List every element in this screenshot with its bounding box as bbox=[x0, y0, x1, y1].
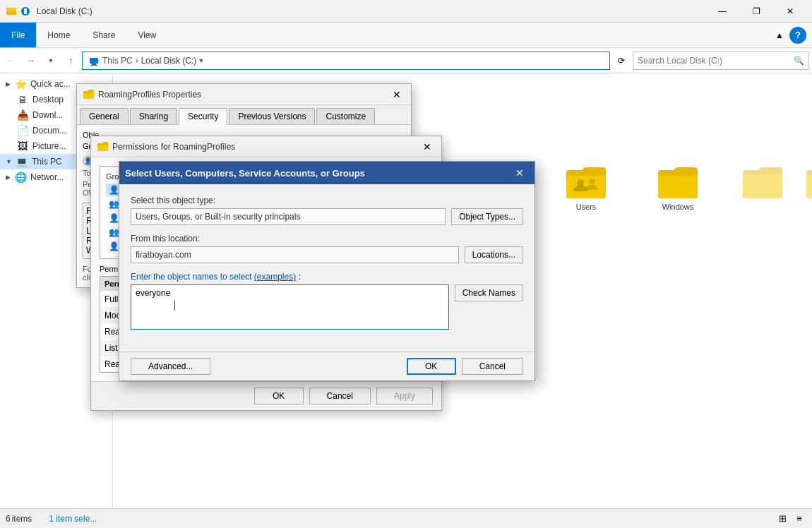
permissions-dialog-titlebar: Permissions for RoamingProfiles ✕ bbox=[91, 136, 441, 157]
svg-point-7 bbox=[577, 179, 584, 186]
folder-label: Users bbox=[576, 203, 597, 211]
tab-previous-versions[interactable]: Previous Versions bbox=[229, 108, 315, 124]
svg-rect-6 bbox=[90, 65, 97, 66]
colon: : bbox=[298, 272, 300, 282]
location-input[interactable] bbox=[131, 246, 459, 263]
view-controls: ⊞ ≡ bbox=[775, 512, 806, 526]
select-dialog-title: Select Users, Computers, Service Account… bbox=[125, 168, 511, 179]
desktop-icon: 🖥 bbox=[17, 94, 28, 105]
object-names-textarea[interactable]: everyone bbox=[131, 284, 449, 330]
help-icon[interactable]: ? bbox=[789, 27, 806, 44]
pictures-icon: 🖼 bbox=[17, 140, 28, 152]
sidebar-label-pictures: Picture... bbox=[32, 141, 66, 151]
location-group: From this location: Locations... bbox=[131, 234, 523, 263]
select-cancel-button[interactable]: Cancel bbox=[462, 358, 523, 375]
select-ok-button[interactable]: OK bbox=[407, 358, 456, 375]
sidebar-label-documents: Docum... bbox=[32, 126, 66, 136]
folder-perm-icon bbox=[97, 141, 108, 152]
sidebar-label-downloads: Downl... bbox=[32, 110, 63, 120]
tab-general[interactable]: General bbox=[80, 108, 129, 124]
tab-view[interactable]: View bbox=[126, 23, 167, 47]
object-names-label-row: Enter the object names to select (exampl… bbox=[131, 272, 523, 282]
selected-count: 1 item sele... bbox=[49, 514, 97, 524]
dropdown-button[interactable]: ▼ bbox=[42, 52, 59, 69]
list-item[interactable] bbox=[791, 158, 812, 205]
this-pc-icon bbox=[88, 55, 100, 66]
object-type-label: Select this object type: bbox=[131, 196, 523, 205]
object-types-button[interactable]: Object Types... bbox=[451, 208, 523, 225]
permissions-dialog-title: Permissions for RoamingProfiles bbox=[112, 142, 419, 152]
refresh-button[interactable]: ⟳ bbox=[613, 52, 630, 69]
address-box[interactable]: This PC › Local Disk (C:) ▼ bbox=[82, 52, 610, 70]
tab-customize[interactable]: Customize bbox=[316, 108, 375, 124]
ribbon-collapse-icon[interactable]: ▲ bbox=[772, 28, 787, 42]
select-dialog-close-button[interactable]: ✕ bbox=[511, 164, 529, 182]
items-count: 6 bbox=[6, 514, 11, 524]
advanced-button[interactable]: Advanced... bbox=[131, 358, 210, 375]
properties-dialog-title: RoamingProfiles Properties bbox=[98, 90, 388, 100]
select-dialog-titlebar: Select Users, Computers, Service Account… bbox=[119, 162, 535, 184]
ok-button[interactable]: OK bbox=[254, 388, 304, 404]
network-icon: 🌐 bbox=[15, 172, 26, 183]
search-input[interactable] bbox=[638, 56, 791, 66]
check-names-button[interactable]: Check Names bbox=[455, 284, 523, 301]
svg-rect-4 bbox=[90, 58, 98, 64]
forward-button[interactable]: → bbox=[23, 52, 40, 69]
locations-button[interactable]: Locations... bbox=[465, 246, 523, 263]
up-button[interactable]: ↑ bbox=[62, 52, 79, 69]
back-button[interactable]: ← bbox=[3, 52, 20, 69]
tab-file[interactable]: File bbox=[0, 23, 36, 47]
list-view-button[interactable]: ⊞ bbox=[775, 512, 789, 526]
apply-button[interactable]: Apply bbox=[376, 388, 433, 404]
titlebar-app-icons bbox=[6, 6, 31, 17]
object-type-group: Select this object type: Object Types... bbox=[131, 196, 523, 225]
minimize-button[interactable]: — bbox=[706, 0, 739, 23]
close-button[interactable]: ✕ bbox=[774, 0, 806, 23]
folder-icon bbox=[565, 163, 607, 200]
tab-home[interactable]: Home bbox=[36, 23, 81, 47]
text-cursor bbox=[174, 301, 175, 311]
addressbar: ← → ▼ ↑ This PC › Local Disk (C:) ▼ ⟳ 🔍 bbox=[0, 48, 812, 73]
downloads-icon: 📥 bbox=[17, 109, 28, 121]
list-item[interactable] bbox=[727, 158, 798, 205]
svg-point-8 bbox=[589, 179, 595, 184]
svg-rect-5 bbox=[92, 64, 96, 65]
cancel-button[interactable]: Cancel bbox=[309, 388, 371, 404]
this-pc-sidebar-icon: 💻 bbox=[16, 156, 28, 167]
chevron-icon: ▶ bbox=[6, 80, 11, 88]
restore-button[interactable]: ❐ bbox=[740, 0, 772, 23]
object-names-row: everyone Check Names bbox=[131, 284, 523, 332]
ribbon-right: ▲ ? bbox=[772, 23, 812, 47]
perm-dialog-footer: OK Cancel Apply bbox=[91, 381, 441, 410]
folder-label: Windows bbox=[662, 203, 694, 211]
select-dialog-footer: Advanced... OK Cancel bbox=[119, 352, 535, 380]
tab-share[interactable]: Share bbox=[81, 23, 126, 47]
details-view-button[interactable]: ≡ bbox=[792, 512, 806, 526]
folder-icon bbox=[805, 163, 812, 200]
folder-small-icon bbox=[83, 89, 94, 100]
breadcrumb-this-pc[interactable]: This PC bbox=[102, 56, 133, 66]
permissions-close-button[interactable]: ✕ bbox=[419, 138, 436, 155]
tab-security[interactable]: Security bbox=[179, 108, 227, 125]
statusbar: 6 items 1 item sele... ⊞ ≡ bbox=[0, 508, 812, 528]
pin-icon bbox=[20, 6, 31, 17]
sidebar-label-network: Networ... bbox=[30, 172, 64, 182]
search-icon: 🔍 bbox=[794, 56, 804, 66]
app-icon bbox=[6, 6, 17, 17]
titlebar-title: Local Disk (C:) bbox=[37, 6, 706, 16]
examples-link[interactable]: (examples) bbox=[254, 272, 296, 282]
documents-icon: 📄 bbox=[17, 125, 28, 136]
properties-dialog-titlebar: RoamingProfiles Properties ✕ bbox=[77, 84, 411, 105]
tab-sharing[interactable]: Sharing bbox=[130, 108, 177, 124]
location-label: From this location: bbox=[131, 234, 523, 244]
breadcrumb-dropdown-icon[interactable]: ▼ bbox=[198, 57, 204, 64]
items-label: items bbox=[12, 514, 32, 524]
svg-rect-3 bbox=[24, 8, 27, 14]
object-type-input[interactable] bbox=[131, 208, 446, 225]
list-item[interactable]: Users bbox=[551, 158, 621, 216]
properties-close-button[interactable]: ✕ bbox=[388, 86, 405, 103]
select-users-dialog: Select Users, Computers, Service Account… bbox=[119, 161, 535, 381]
list-item[interactable]: Windows bbox=[643, 158, 713, 216]
user-icon-r2: 👥 bbox=[109, 227, 119, 237]
breadcrumb-local-disk[interactable]: Local Disk (C:) bbox=[141, 56, 197, 66]
